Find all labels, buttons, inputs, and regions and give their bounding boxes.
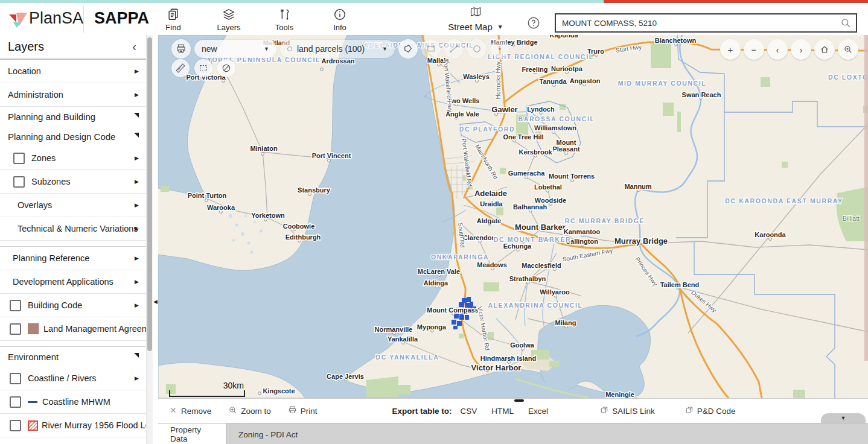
layer-checkbox[interactable] <box>10 323 21 335</box>
expand-arrow-icon[interactable]: ▶ <box>135 202 139 208</box>
scrollbar-thumb[interactable] <box>147 37 152 351</box>
street-map-icon <box>470 7 482 19</box>
basemap-canvas[interactable]: MaitlandArdrossanPort VictoriaMallalaWas… <box>158 35 868 398</box>
sidebar-item-planning-and-design-code[interactable]: Planning and Design Code <box>0 127 146 147</box>
export-excel-button[interactable]: Excel <box>528 407 548 416</box>
sidebar-item-overlays[interactable]: Overlays▶ <box>0 194 146 217</box>
map-label-town: Normanville <box>375 326 413 333</box>
clear-selection-button[interactable] <box>217 59 235 77</box>
nav-layers-button[interactable]: Layers <box>209 7 248 32</box>
sidebar-scrollbar[interactable] <box>147 35 153 444</box>
expand-arrow-icon[interactable]: ▶ <box>135 375 139 381</box>
expand-arrow-icon[interactable]: ▶ <box>135 155 139 161</box>
search-input[interactable] <box>556 19 840 28</box>
map-label-town: Lobethal <box>534 183 562 191</box>
map-label-town: Willyaroo <box>540 288 570 296</box>
map-label-town: Kersbrook <box>519 148 552 156</box>
prev-extent-button[interactable]: ‹ <box>767 39 788 60</box>
circle-select-button[interactable] <box>467 39 487 59</box>
sidebar-item-planning-reference[interactable]: Planning Reference▶ <box>0 247 146 270</box>
layer-checkbox[interactable] <box>10 373 21 384</box>
export-csv-button[interactable]: CSV <box>461 407 477 416</box>
line-select-button[interactable] <box>444 39 464 59</box>
search-icon[interactable] <box>840 17 851 28</box>
map-print-button[interactable] <box>171 39 191 59</box>
rectangle-select-button[interactable] <box>421 39 441 59</box>
expand-arrow-icon[interactable]: ▶ <box>135 226 139 232</box>
remove-button[interactable]: Remove <box>169 406 211 416</box>
sidebar-item-administration[interactable]: Administration▶ <box>0 83 146 107</box>
tab-zoning-pdi-act[interactable]: Zoning - PDI Act <box>226 423 310 444</box>
sidebar-item-land-management-agreements[interactable]: Land Management Agreements <box>0 317 146 341</box>
map-label-town: Echunga <box>503 243 532 250</box>
layer-label: Planning and Building <box>8 112 95 122</box>
map-label-council: DC YANKALILLA <box>376 354 439 361</box>
zoom-to-button[interactable]: Zoom to <box>228 405 271 416</box>
zoom-out-button[interactable]: − <box>744 39 764 60</box>
map-label-area: Billiatt <box>843 215 860 222</box>
expand-arrow-icon[interactable]: ▶ <box>135 92 139 98</box>
nav-info-button[interactable]: Info <box>321 7 359 32</box>
zoom-in-button[interactable]: + <box>720 39 741 60</box>
layer-label: River Murray 1956 Flood Level <box>42 420 147 430</box>
map-label-town: Yorketown <box>251 212 285 219</box>
splitter-collapse-icon[interactable]: ◀ <box>153 299 158 305</box>
collapse-arrow-icon[interactable] <box>134 113 139 118</box>
home-extent-button[interactable] <box>814 39 835 60</box>
layer-label: Planning Reference <box>13 253 89 263</box>
map-label-town: Mount Barker <box>515 223 566 232</box>
expand-arrow-icon[interactable]: ▶ <box>135 179 139 185</box>
panel-collapse-icon[interactable]: ‹ <box>132 40 136 54</box>
sidebar-item-planning-and-building[interactable]: Planning and Building <box>0 107 146 127</box>
polygon-select-button[interactable] <box>398 39 418 59</box>
sidebar-item-subzones[interactable]: Subzones▶ <box>0 170 146 194</box>
collapse-arrow-icon[interactable] <box>134 353 139 358</box>
zoom-selection-button[interactable] <box>838 39 858 60</box>
select-extent-button[interactable] <box>194 59 212 77</box>
point-select-button[interactable] <box>490 39 509 59</box>
map-viewport[interactable]: MaitlandArdrossanPort VictoriaMallalaWas… <box>158 35 868 398</box>
sidebar-item-coastline-rivers[interactable]: Coastline / Rivers▶ <box>0 367 146 390</box>
map-label-town: Gawler <box>491 105 517 114</box>
export-html-button[interactable]: HTML <box>491 407 514 416</box>
ruler-icon <box>175 63 186 74</box>
p-d-code-link[interactable]: P&D Code <box>685 406 736 416</box>
panel-splitter[interactable]: ◀ <box>153 35 158 444</box>
layer-checkbox[interactable] <box>13 176 25 188</box>
tab-property-data[interactable]: Property Data <box>158 423 226 444</box>
sidebar-item-building-code[interactable]: Building Code▶ <box>0 294 146 317</box>
sidebar-item-location[interactable]: Location▶ <box>0 60 146 83</box>
layer-checkbox[interactable] <box>10 300 21 311</box>
selection-set-dropdown[interactable]: new ▼ <box>194 40 276 58</box>
parcels-dropdown[interactable]: land parcels (100) ▼ <box>280 40 395 58</box>
layer-checkbox[interactable] <box>13 153 25 164</box>
collapse-arrow-icon[interactable] <box>134 133 139 138</box>
layers-panel-header: Layers ‹ <box>0 35 146 60</box>
measure-button[interactable] <box>171 59 190 77</box>
expand-arrow-icon[interactable]: ▶ <box>135 68 139 74</box>
layer-checkbox[interactable] <box>10 396 21 408</box>
sidebar-item-technical-numeric-variations[interactable]: Technical & Numeric Variations▶ <box>0 217 146 241</box>
sidebar-item-river-murray-1956-flood-level[interactable]: River Murray 1956 Flood Level <box>0 414 146 437</box>
map-label-town: Coobowie <box>283 223 315 230</box>
next-extent-button[interactable]: › <box>791 39 811 60</box>
print-button[interactable]: Print <box>288 405 318 416</box>
sidebar-item-environment[interactable]: Environment <box>0 347 146 367</box>
help-button[interactable] <box>527 16 540 30</box>
map-label-town: Strathalbyn <box>509 275 546 282</box>
layer-label: Building Code <box>28 300 82 310</box>
layer-label: Planning and Design Code <box>8 132 115 142</box>
sidebar-item-development-applications[interactable]: Development Applications▶ <box>0 270 146 294</box>
expand-arrow-icon[interactable]: ▶ <box>135 255 139 261</box>
nav-find-button[interactable]: Find <box>154 7 193 32</box>
sidebar-item-coastline-mhwm[interactable]: Coastline MHWM <box>0 390 146 414</box>
clear-icon <box>221 63 232 74</box>
layer-checkbox[interactable] <box>10 420 21 431</box>
sailis-link-link[interactable]: SAILIS Link <box>600 406 655 416</box>
plansa-logo[interactable]: PlanSA <box>7 8 83 28</box>
sidebar-item-zones[interactable]: Zones▶ <box>0 147 146 170</box>
nav-tools-button[interactable]: Tools <box>265 7 304 32</box>
basemap-selector[interactable]: Street Map ▼ <box>442 7 509 32</box>
expand-arrow-icon[interactable]: ▶ <box>135 302 139 308</box>
expand-arrow-icon[interactable]: ▶ <box>135 279 139 285</box>
